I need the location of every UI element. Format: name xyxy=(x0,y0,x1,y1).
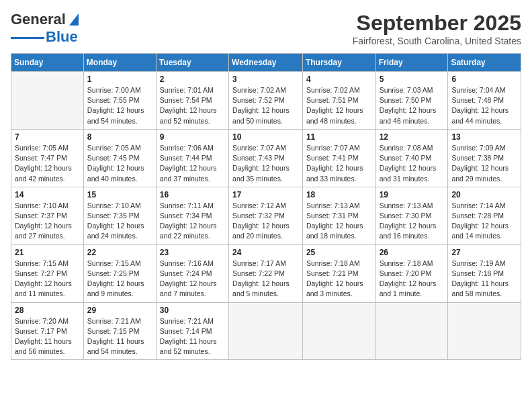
calendar-cell: 27Sunrise: 7:19 AM Sunset: 7:18 PM Dayli… xyxy=(448,244,521,302)
calendar-week-row: 28Sunrise: 7:20 AM Sunset: 7:17 PM Dayli… xyxy=(11,302,521,360)
month-title: September 2025 xyxy=(353,11,521,36)
logo-underline xyxy=(11,37,44,39)
day-number: 5 xyxy=(380,75,445,84)
day-info: Sunrise: 7:10 AM Sunset: 7:37 PM Dayligh… xyxy=(15,201,80,242)
day-number: 26 xyxy=(380,248,445,257)
day-number: 17 xyxy=(232,190,299,199)
calendar-cell: 9Sunrise: 7:06 AM Sunset: 7:44 PM Daylig… xyxy=(156,129,228,187)
day-info: Sunrise: 7:03 AM Sunset: 7:50 PM Dayligh… xyxy=(380,85,445,126)
calendar-cell xyxy=(448,302,521,360)
day-info: Sunrise: 7:17 AM Sunset: 7:22 PM Dayligh… xyxy=(232,259,299,300)
calendar-cell: 4Sunrise: 7:02 AM Sunset: 7:51 PM Daylig… xyxy=(302,72,375,130)
day-number: 22 xyxy=(87,248,152,257)
calendar-cell: 2Sunrise: 7:01 AM Sunset: 7:54 PM Daylig… xyxy=(156,72,228,130)
weekday-header-saturday: Saturday xyxy=(448,54,521,72)
day-info: Sunrise: 7:05 AM Sunset: 7:47 PM Dayligh… xyxy=(15,143,80,184)
calendar-cell: 20Sunrise: 7:14 AM Sunset: 7:28 PM Dayli… xyxy=(448,187,521,244)
calendar-cell xyxy=(302,302,375,360)
header: General Blue September 2025 Fairforest, … xyxy=(11,11,521,46)
calendar-cell: 15Sunrise: 7:10 AM Sunset: 7:35 PM Dayli… xyxy=(83,187,156,244)
day-number: 23 xyxy=(160,248,225,257)
calendar-cell: 21Sunrise: 7:15 AM Sunset: 7:27 PM Dayli… xyxy=(11,244,84,302)
day-info: Sunrise: 7:01 AM Sunset: 7:54 PM Dayligh… xyxy=(160,85,225,126)
day-info: Sunrise: 7:15 AM Sunset: 7:25 PM Dayligh… xyxy=(87,259,152,300)
day-info: Sunrise: 7:16 AM Sunset: 7:24 PM Dayligh… xyxy=(160,259,225,300)
calendar-cell: 16Sunrise: 7:11 AM Sunset: 7:34 PM Dayli… xyxy=(156,187,228,244)
day-info: Sunrise: 7:15 AM Sunset: 7:27 PM Dayligh… xyxy=(15,259,80,300)
calendar-cell: 26Sunrise: 7:18 AM Sunset: 7:20 PM Dayli… xyxy=(375,244,448,302)
calendar-cell: 17Sunrise: 7:12 AM Sunset: 7:32 PM Dayli… xyxy=(229,187,303,244)
calendar-cell xyxy=(11,72,84,130)
day-number: 24 xyxy=(232,248,299,257)
logo: General Blue xyxy=(11,11,79,46)
calendar-cell: 30Sunrise: 7:21 AM Sunset: 7:14 PM Dayli… xyxy=(156,302,228,360)
day-info: Sunrise: 7:00 AM Sunset: 7:55 PM Dayligh… xyxy=(87,85,152,126)
day-number: 6 xyxy=(451,75,517,84)
calendar-week-row: 21Sunrise: 7:15 AM Sunset: 7:27 PM Dayli… xyxy=(11,244,521,302)
day-number: 1 xyxy=(87,75,152,84)
day-number: 4 xyxy=(306,75,372,84)
calendar-cell: 10Sunrise: 7:07 AM Sunset: 7:43 PM Dayli… xyxy=(229,129,303,187)
day-number: 27 xyxy=(451,248,517,257)
day-info: Sunrise: 7:20 AM Sunset: 7:17 PM Dayligh… xyxy=(15,316,80,357)
calendar-cell: 6Sunrise: 7:04 AM Sunset: 7:48 PM Daylig… xyxy=(448,72,521,130)
day-number: 11 xyxy=(306,132,372,142)
calendar-cell: 1Sunrise: 7:00 AM Sunset: 7:55 PM Daylig… xyxy=(83,72,156,130)
day-info: Sunrise: 7:08 AM Sunset: 7:40 PM Dayligh… xyxy=(380,143,445,184)
day-info: Sunrise: 7:10 AM Sunset: 7:35 PM Dayligh… xyxy=(87,201,152,242)
weekday-header-friday: Friday xyxy=(375,54,448,72)
calendar-cell: 29Sunrise: 7:21 AM Sunset: 7:15 PM Dayli… xyxy=(83,302,156,360)
calendar-cell: 12Sunrise: 7:08 AM Sunset: 7:40 PM Dayli… xyxy=(375,129,448,187)
day-info: Sunrise: 7:06 AM Sunset: 7:44 PM Dayligh… xyxy=(160,143,225,184)
weekday-header-tuesday: Tuesday xyxy=(156,54,228,72)
day-info: Sunrise: 7:11 AM Sunset: 7:34 PM Dayligh… xyxy=(160,201,225,242)
calendar-cell: 3Sunrise: 7:02 AM Sunset: 7:52 PM Daylig… xyxy=(229,72,303,130)
day-number: 2 xyxy=(160,75,225,84)
day-number: 15 xyxy=(87,190,152,199)
calendar-cell: 5Sunrise: 7:03 AM Sunset: 7:50 PM Daylig… xyxy=(375,72,448,130)
calendar-cell: 14Sunrise: 7:10 AM Sunset: 7:37 PM Dayli… xyxy=(11,187,84,244)
day-number: 13 xyxy=(451,132,517,142)
day-number: 28 xyxy=(15,306,80,315)
day-number: 18 xyxy=(306,190,372,199)
weekday-header-sunday: Sunday xyxy=(11,54,84,72)
calendar-cell: 13Sunrise: 7:09 AM Sunset: 7:38 PM Dayli… xyxy=(448,129,521,187)
day-number: 10 xyxy=(232,132,299,142)
calendar-cell: 8Sunrise: 7:05 AM Sunset: 7:45 PM Daylig… xyxy=(83,129,156,187)
day-number: 12 xyxy=(380,132,445,142)
calendar-cell: 18Sunrise: 7:13 AM Sunset: 7:31 PM Dayli… xyxy=(302,187,375,244)
day-number: 20 xyxy=(451,190,517,199)
title-area: September 2025 Fairforest, South Carolin… xyxy=(353,11,521,46)
day-number: 19 xyxy=(380,190,445,199)
calendar-cell: 23Sunrise: 7:16 AM Sunset: 7:24 PM Dayli… xyxy=(156,244,228,302)
day-info: Sunrise: 7:07 AM Sunset: 7:43 PM Dayligh… xyxy=(232,143,299,184)
calendar-header-row: SundayMondayTuesdayWednesdayThursdayFrid… xyxy=(11,54,521,72)
day-info: Sunrise: 7:02 AM Sunset: 7:51 PM Dayligh… xyxy=(306,85,372,126)
day-info: Sunrise: 7:13 AM Sunset: 7:31 PM Dayligh… xyxy=(306,201,372,242)
calendar-cell: 19Sunrise: 7:13 AM Sunset: 7:30 PM Dayli… xyxy=(375,187,448,244)
weekday-header-wednesday: Wednesday xyxy=(229,54,303,72)
calendar-cell: 28Sunrise: 7:20 AM Sunset: 7:17 PM Dayli… xyxy=(11,302,84,360)
day-info: Sunrise: 7:14 AM Sunset: 7:28 PM Dayligh… xyxy=(451,201,517,242)
day-number: 3 xyxy=(232,75,299,84)
calendar-cell: 11Sunrise: 7:07 AM Sunset: 7:41 PM Dayli… xyxy=(302,129,375,187)
calendar-cell: 7Sunrise: 7:05 AM Sunset: 7:47 PM Daylig… xyxy=(11,129,84,187)
day-number: 21 xyxy=(15,248,80,257)
calendar-cell: 24Sunrise: 7:17 AM Sunset: 7:22 PM Dayli… xyxy=(229,244,303,302)
day-info: Sunrise: 7:07 AM Sunset: 7:41 PM Dayligh… xyxy=(306,143,372,184)
calendar-table: SundayMondayTuesdayWednesdayThursdayFrid… xyxy=(11,53,521,360)
day-info: Sunrise: 7:13 AM Sunset: 7:30 PM Dayligh… xyxy=(380,201,445,242)
calendar-cell: 22Sunrise: 7:15 AM Sunset: 7:25 PM Dayli… xyxy=(83,244,156,302)
subtitle: Fairforest, South Carolina, United State… xyxy=(353,36,521,46)
day-info: Sunrise: 7:04 AM Sunset: 7:48 PM Dayligh… xyxy=(451,85,517,126)
day-info: Sunrise: 7:09 AM Sunset: 7:38 PM Dayligh… xyxy=(451,143,517,184)
calendar-week-row: 1Sunrise: 7:00 AM Sunset: 7:55 PM Daylig… xyxy=(11,72,521,130)
day-info: Sunrise: 7:21 AM Sunset: 7:14 PM Dayligh… xyxy=(160,316,225,357)
day-info: Sunrise: 7:19 AM Sunset: 7:18 PM Dayligh… xyxy=(451,259,517,300)
calendar-week-row: 7Sunrise: 7:05 AM Sunset: 7:47 PM Daylig… xyxy=(11,129,521,187)
day-number: 16 xyxy=(160,190,225,199)
day-info: Sunrise: 7:18 AM Sunset: 7:20 PM Dayligh… xyxy=(380,259,445,300)
day-number: 8 xyxy=(87,132,152,142)
day-info: Sunrise: 7:21 AM Sunset: 7:15 PM Dayligh… xyxy=(87,316,152,357)
day-number: 30 xyxy=(160,306,225,315)
